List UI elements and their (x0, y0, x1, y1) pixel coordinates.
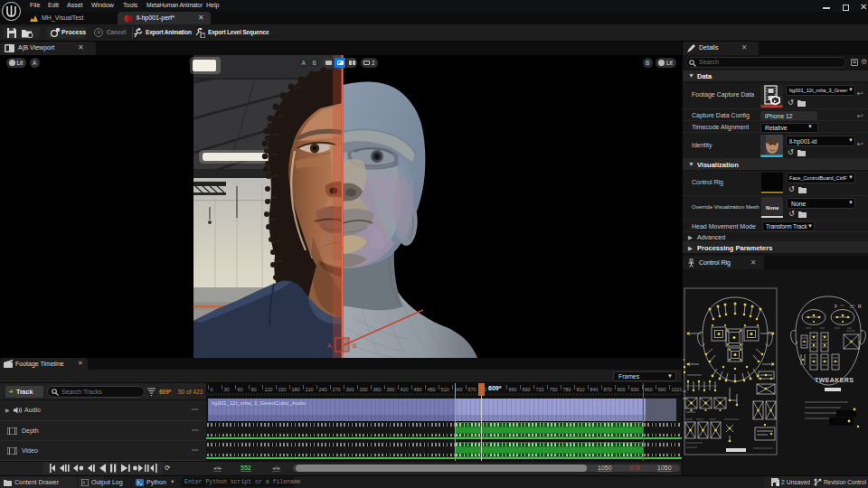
svg-text:B: B (353, 343, 357, 349)
svg-text:570: 570 (468, 387, 476, 392)
svg-text:900: 900 (618, 387, 626, 392)
svg-text:480: 480 (428, 387, 436, 392)
svg-text:690: 690 (523, 387, 531, 392)
svg-text:840: 840 (590, 387, 599, 392)
svg-text:TWEAKERS: TWEAKERS (815, 377, 854, 383)
svg-text:750: 750 (550, 387, 558, 392)
svg-text:720: 720 (536, 387, 544, 392)
svg-text:930: 930 (631, 387, 639, 392)
svg-text:300: 300 (346, 387, 354, 392)
svg-text:30: 30 (224, 387, 230, 392)
svg-text:0: 0 (211, 387, 213, 392)
svg-text:F: F (835, 304, 837, 309)
svg-text:510: 510 (441, 387, 449, 392)
svg-text:810: 810 (577, 387, 585, 392)
svg-text:□: □ (850, 304, 853, 309)
svg-text:180: 180 (292, 387, 300, 392)
svg-text:870: 870 (604, 387, 612, 392)
svg-text:R: R (858, 304, 862, 309)
svg-text:990: 990 (658, 387, 666, 392)
svg-text:240: 240 (319, 387, 327, 392)
svg-text:120: 120 (265, 387, 273, 392)
svg-text:150: 150 (278, 387, 287, 392)
svg-text:A: A (327, 343, 332, 349)
svg-text:330: 330 (360, 387, 368, 392)
svg-text:390: 390 (387, 387, 395, 392)
svg-text:660: 660 (509, 387, 517, 392)
svg-text:420: 420 (401, 387, 409, 392)
svg-text:450: 450 (414, 387, 422, 392)
svg-text:780: 780 (563, 387, 571, 392)
svg-text:270: 270 (333, 387, 341, 392)
svg-text:960: 960 (645, 387, 653, 392)
svg-text:1020: 1020 (672, 387, 683, 392)
svg-text:90: 90 (251, 387, 257, 392)
svg-text:210: 210 (306, 387, 314, 392)
svg-text:360: 360 (373, 387, 382, 392)
svg-text:60: 60 (238, 387, 243, 392)
